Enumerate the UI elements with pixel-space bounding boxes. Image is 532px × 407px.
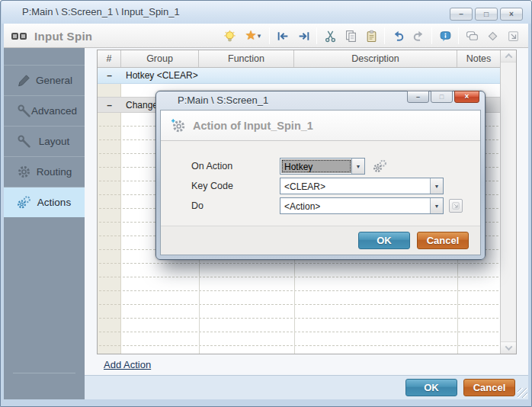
- dropdown-arrow-icon[interactable]: ▼: [430, 198, 443, 213]
- sidebar: General Advanced Layout Routing: [4, 48, 85, 399]
- column-header-notes[interactable]: Notes: [457, 50, 500, 67]
- resize-grip[interactable]: [518, 388, 527, 398]
- footer-bar: OK Cancel: [85, 375, 528, 399]
- toolbar-separator: [269, 27, 270, 44]
- row-expander[interactable]: –: [98, 100, 121, 111]
- sidebar-item-routing[interactable]: Routing: [4, 156, 85, 187]
- main-window-title: P:Main \ S:Screen_1 \ Input_Spin_1: [22, 1, 180, 24]
- column-header-group[interactable]: Group: [121, 50, 199, 67]
- sidebar-item-general[interactable]: General: [4, 65, 85, 95]
- table-row-hotkey[interactable]: – Hotkey <CLEAR>: [98, 68, 500, 84]
- toolbar: Input Spin ★▾: [4, 24, 528, 48]
- dialog-maximize-button: □: [431, 91, 453, 103]
- input-spin-icon: [11, 29, 27, 43]
- dialog-header-title: Action of Input_Spin_1: [193, 111, 313, 141]
- pencil-icon: [17, 73, 31, 88]
- comments-icon[interactable]: [464, 28, 479, 43]
- dialog-minimize-button[interactable]: –: [407, 91, 429, 103]
- main-window: P:Main \ S:Screen_1 \ Input_Spin_1 – □ ×…: [0, 0, 532, 407]
- tools-icon: [17, 134, 31, 149]
- widget-title: Input Spin: [34, 30, 92, 43]
- undo-icon[interactable]: [390, 28, 405, 43]
- info-bubble-icon[interactable]: [437, 28, 453, 43]
- gear-icon: [17, 165, 31, 179]
- diamond-tag-icon[interactable]: [485, 28, 500, 43]
- popout-icon[interactable]: [505, 28, 521, 43]
- dialog-ok-button[interactable]: OK: [358, 232, 410, 249]
- action-gear-icon: [171, 118, 186, 133]
- previous-item-icon[interactable]: [275, 28, 290, 43]
- dialog-header: Action of Input_Spin_1: [161, 111, 480, 141]
- caret-down-icon: ▾: [258, 32, 261, 40]
- field-row-on-action: On Action Hotkey ▼: [191, 158, 473, 175]
- sidebar-item-advanced[interactable]: Advanced: [4, 95, 85, 126]
- copy-icon[interactable]: [343, 28, 358, 43]
- do-label: Do: [191, 200, 280, 211]
- sidebar-item-layout[interactable]: Layout: [4, 126, 85, 156]
- add-action-link[interactable]: Add Action: [104, 359, 151, 370]
- do-select[interactable]: <Action> ▼: [280, 197, 444, 214]
- key-code-label: Key Code: [191, 181, 280, 191]
- configure-gears-icon[interactable]: [371, 158, 388, 175]
- row-group-label: Hotkey <CLEAR>: [121, 70, 198, 81]
- sidebar-item-actions[interactable]: Actions: [4, 187, 85, 217]
- scroll-up-button[interactable]: [501, 50, 516, 62]
- key-code-select[interactable]: <CLEAR> ▼: [280, 178, 444, 194]
- column-header-number[interactable]: #: [98, 50, 121, 67]
- dialog-cancel-button[interactable]: Cancel: [417, 232, 469, 249]
- ok-button[interactable]: OK: [405, 379, 457, 396]
- favorites-star-icon[interactable]: ★▾: [242, 28, 264, 43]
- action-dialog: P:Main \ S:Screen_1 – □ × Action of Inpu…: [155, 91, 486, 260]
- dialog-title: P:Main \ S:Screen_1: [178, 91, 268, 110]
- table-header: # Group Function Description Notes: [98, 50, 500, 68]
- on-action-label: On Action: [191, 161, 280, 171]
- column-header-description[interactable]: Description: [294, 50, 457, 67]
- paste-icon[interactable]: [364, 28, 379, 43]
- next-item-icon[interactable]: [296, 28, 311, 43]
- cut-icon[interactable]: [322, 28, 338, 43]
- sidebar-divider: [13, 373, 75, 373]
- field-row-key-code: Key Code <CLEAR> ▼: [191, 178, 473, 194]
- dropdown-arrow-icon[interactable]: ▼: [430, 178, 443, 194]
- table-number-column: [98, 113, 121, 354]
- row-expander[interactable]: –: [98, 70, 121, 81]
- toolbar-separator: [384, 27, 385, 44]
- chevron-up-icon: [505, 53, 512, 61]
- idea-bulb-icon[interactable]: [222, 28, 237, 43]
- gears-icon: [17, 195, 31, 210]
- dialog-footer: OK Cancel: [161, 226, 480, 255]
- toolbar-separator: [458, 27, 459, 44]
- on-action-select[interactable]: Hotkey ▼: [280, 158, 365, 175]
- column-header-function[interactable]: Function: [199, 50, 294, 67]
- toolbar-separator: [316, 27, 317, 44]
- minimize-button[interactable]: –: [450, 8, 473, 21]
- dialog-close-button[interactable]: ×: [454, 91, 479, 103]
- chevron-down-icon: [505, 343, 512, 351]
- scroll-down-button[interactable]: [501, 341, 516, 354]
- dialog-body: Action of Input_Spin_1 On Action Hotkey …: [160, 110, 481, 255]
- maximize-button[interactable]: □: [475, 8, 498, 21]
- cancel-button[interactable]: Cancel: [463, 379, 515, 396]
- close-button[interactable]: ×: [500, 8, 523, 21]
- field-row-do: Do <Action> ▼: [191, 197, 473, 214]
- redo-icon[interactable]: [411, 28, 426, 43]
- main-titlebar: P:Main \ S:Screen_1 \ Input_Spin_1 – □ ×: [2, 1, 532, 24]
- edit-action-button[interactable]: [449, 199, 463, 213]
- dropdown-arrow-icon[interactable]: ▼: [351, 159, 364, 174]
- vertical-scrollbar[interactable]: [500, 50, 516, 354]
- toolbar-separator: [431, 27, 432, 44]
- tools-icon: [17, 104, 31, 118]
